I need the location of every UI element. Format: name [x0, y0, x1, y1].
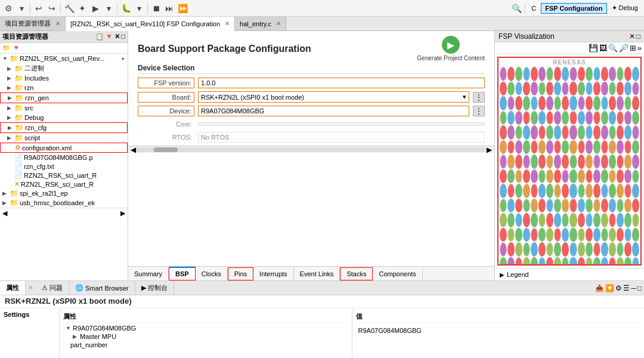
- bottom-panel-title: RSK+RZN2L (xSPI0 x1 boot mode): [0, 295, 644, 308]
- board-dropdown-icon: ▾: [463, 93, 466, 101]
- bottom-toolbar-icon-2[interactable]: 🔽: [605, 284, 614, 292]
- tab-components[interactable]: Components: [373, 267, 422, 280]
- board-scroll-btn[interactable]: ⋮: [473, 92, 485, 103]
- toolbar-icon-2[interactable]: ▾: [16, 2, 27, 14]
- bottom-toolbar-icon-1[interactable]: 📤: [595, 284, 604, 292]
- tree-item-rzn-cfg-txt[interactable]: ▶ 📄 rzn_cfg.txt: [0, 162, 128, 171]
- tab-summary[interactable]: Summary: [128, 267, 169, 280]
- tab-hal-entry-close[interactable]: ✕: [276, 20, 281, 27]
- tree-item-includes[interactable]: ▶ 📁 Includes: [0, 73, 128, 83]
- scroll-right-btn[interactable]: ▶: [487, 146, 492, 154]
- bottom-minimize[interactable]: ─: [631, 284, 636, 292]
- toolbar-icon-7[interactable]: ▶: [89, 2, 101, 14]
- tree-label-debug: Debug: [24, 114, 44, 121]
- tree-item-root[interactable]: ▼ 📁 RZN2L_RSK_sci_uart_Rev... ⚬: [0, 54, 128, 63]
- tree-item-rzn-cfg[interactable]: ▶ 📁 rzn_cfg: [0, 122, 128, 133]
- tree-item-usb[interactable]: ▶ 📁 usb_hmsc_bootloader_ek: [0, 198, 128, 208]
- toolbar-icon-12[interactable]: ⏭: [163, 2, 175, 14]
- center-scrollbar-h[interactable]: ◀ ▶: [128, 146, 494, 153]
- tree-label-spi: spi_ek_ra2l1_ep: [20, 190, 68, 197]
- tree-item-src[interactable]: ▶ 📁 src: [0, 103, 128, 113]
- tab-bsp[interactable]: BSP: [169, 267, 196, 280]
- chip-visualization: RENESAS: [497, 57, 642, 266]
- sidebar-nav-left[interactable]: ◀: [2, 209, 7, 217]
- tab-event-links[interactable]: Event Links: [294, 267, 340, 280]
- tab-hal-entry[interactable]: hal_entry.c ✕: [235, 17, 286, 30]
- sidebar-toolbar-icon-1[interactable]: 📁: [2, 44, 11, 52]
- bottom-toolbar-icon-3[interactable]: ⚙: [615, 284, 622, 292]
- fsp-viz-icon-image[interactable]: 🖼: [599, 44, 607, 53]
- sidebar-close[interactable]: ✕: [114, 33, 120, 41]
- tab-fsp-config[interactable]: [RZN2L_RSK_sci_uart_Rev110] FSP Configur…: [66, 17, 235, 31]
- tree-arrow-rzn-cfg: ▶: [8, 125, 14, 131]
- sidebar-icon-1[interactable]: 📋: [95, 33, 104, 41]
- folder-icon-binary: 📁: [14, 64, 23, 73]
- search-icon[interactable]: 🔍: [510, 2, 522, 14]
- bottom-tab-properties[interactable]: 属性: [0, 281, 26, 295]
- bottom-tab-smart-browser[interactable]: 🌐 Smart Browser: [69, 281, 135, 295]
- scroll-h-thumb[interactable]: [154, 147, 178, 152]
- toolbar-icon-10[interactable]: ▾: [133, 2, 145, 14]
- tab-interrupts[interactable]: Interrupts: [253, 267, 293, 280]
- generate-project-content-button[interactable]: ▶ Generate Project Content: [417, 36, 485, 61]
- toolbar-icon-6[interactable]: ✦: [76, 2, 88, 14]
- tree-item-rzn[interactable]: ▶ 📁 rzn: [0, 83, 128, 92]
- tree-item-config-xml[interactable]: ▶ ⚙ configuration.xml: [0, 143, 128, 153]
- fsp-viz-icon-fit[interactable]: ⊞: [630, 44, 636, 53]
- fsp-viz-icon-zoom-out[interactable]: 🔎: [619, 44, 628, 53]
- fsp-viz-max[interactable]: □: [636, 32, 640, 41]
- tree-arrow-debug: ▶: [7, 115, 13, 121]
- top-tab-debug[interactable]: ✦ Debug: [608, 3, 642, 13]
- bottom-maximize[interactable]: □: [637, 284, 642, 292]
- tree-item-rzn-gen[interactable]: ▶ 📁 rzn_gen: [0, 92, 128, 103]
- bottom-toolbar-icon-4[interactable]: ☰: [623, 284, 630, 292]
- top-tab-fsp[interactable]: FSP Configuration: [541, 3, 606, 14]
- tree-item-debug[interactable]: ▶ 📁 Debug: [0, 113, 128, 122]
- bottom-tab-smart-browser-label: Smart Browser: [85, 285, 129, 292]
- folder-icon-includes: 📁: [14, 74, 23, 82]
- tree-item-spi[interactable]: ▶ 📁 spi_ek_ra2l1_ep: [0, 189, 128, 198]
- toolbar-icon-8[interactable]: ▾: [103, 2, 114, 14]
- file-icon-rzn2l-1: 📄: [14, 171, 23, 179]
- top-tab-c[interactable]: C: [528, 4, 540, 13]
- toolbar-icon-1[interactable]: ⚙: [2, 2, 14, 14]
- tree-item-binary[interactable]: ▶ 📁 二进制: [0, 63, 128, 73]
- fsp-viz-icon-more[interactable]: »: [637, 44, 642, 53]
- sidebar-toolbar-icon-2[interactable]: 🔻: [12, 44, 20, 52]
- device-value[interactable]: R9A07G084M08GBG: [198, 106, 469, 116]
- tab-clocks[interactable]: Clocks: [196, 267, 228, 280]
- fsp-legend[interactable]: ▶ Legend: [495, 268, 644, 280]
- fsp-viz-close[interactable]: ✕: [629, 32, 635, 41]
- property-device-root[interactable]: ▼ R9A07G084M08GBG: [63, 324, 348, 332]
- tab-fsp-config-close[interactable]: ✕: [225, 20, 230, 27]
- sidebar-icon-2[interactable]: 🔻: [105, 33, 113, 41]
- toolbar-icon-4[interactable]: ↪: [46, 2, 58, 14]
- board-label: Board:: [138, 92, 194, 103]
- tab-stacks[interactable]: Stacks: [340, 267, 373, 280]
- fsp-viz-icon-save[interactable]: 💾: [589, 44, 598, 53]
- tab-project-explorer-close[interactable]: ✕: [55, 20, 60, 27]
- console-icon: ▶: [141, 284, 146, 292]
- fsp-viz-icon-zoom-in[interactable]: 🔍: [608, 44, 618, 53]
- tab-project-explorer[interactable]: 项目资源管理器 ✕: [0, 17, 66, 30]
- bottom-tab-problems[interactable]: ⚠ 问题: [36, 281, 69, 295]
- bottom-tab-console[interactable]: ▶ 控制台: [135, 281, 174, 295]
- tree-item-r9a07[interactable]: ▶ 📄 R9A07G084M08GBG.p: [0, 153, 128, 162]
- toolbar-icon-9[interactable]: 🐛: [120, 2, 132, 14]
- device-scroll-btn[interactable]: ⋮: [473, 106, 485, 116]
- tree-item-rzn2l-1[interactable]: ▶ 📄 RZN2L_RSK_sci_uart_R: [0, 171, 128, 180]
- property-master-mpu[interactable]: ▶ Master MPU: [63, 332, 348, 341]
- toolbar-icon-11[interactable]: ⏹: [150, 2, 162, 14]
- file-icon-rzn2l-2: ✕: [14, 180, 20, 188]
- board-select[interactable]: RSK+RZN2L (xSPI0 x1 boot mode) ▾: [198, 91, 469, 103]
- tree-item-script[interactable]: ▶ 📁 script: [0, 133, 128, 143]
- toolbar-icon-13[interactable]: ⏩: [177, 2, 188, 14]
- toolbar-icon-3[interactable]: ↩: [33, 2, 45, 14]
- tree-item-rzn2l-2[interactable]: ▶ ✕ RZN2L_RSK_sci_uart_R: [0, 180, 128, 189]
- toolbar-icon-5[interactable]: 🔨: [63, 2, 75, 14]
- scroll-left-btn[interactable]: ◀: [131, 146, 136, 154]
- tab-pins[interactable]: Pins: [228, 267, 253, 280]
- sidebar-nav-right[interactable]: ▶: [120, 209, 125, 217]
- sidebar-max[interactable]: □: [121, 33, 125, 41]
- folder-icon-rzn: 📁: [14, 84, 23, 92]
